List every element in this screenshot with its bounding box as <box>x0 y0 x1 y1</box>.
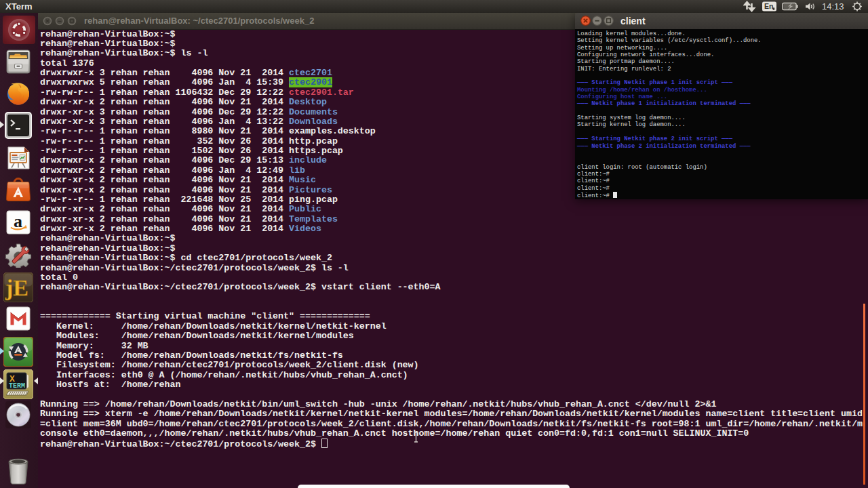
svg-text:TERM: TERM <box>9 382 25 390</box>
svg-text:a: a <box>14 211 22 231</box>
svg-text:jE: jE <box>5 275 28 300</box>
svg-text:En: En <box>764 2 773 10</box>
